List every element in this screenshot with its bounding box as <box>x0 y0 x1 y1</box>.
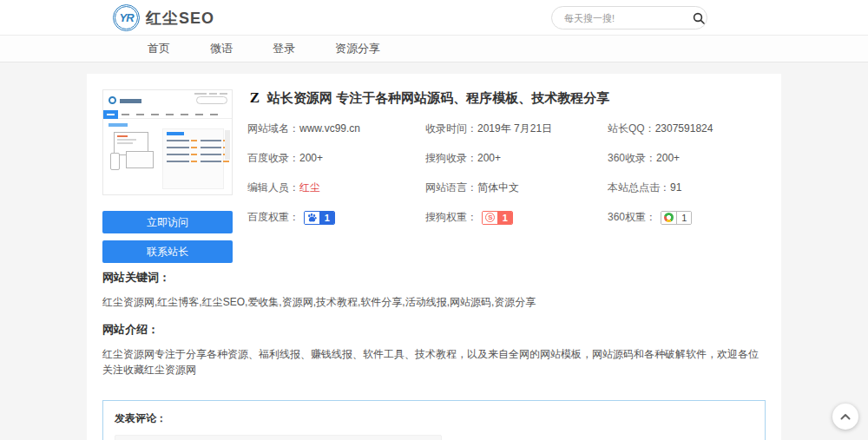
info-total-clicks: 本站总点击：91 <box>608 181 766 195</box>
nav-item-login[interactable]: 登录 <box>273 41 295 56</box>
site-title: Z 站长资源网 专注于各种网站源码、程序模板、技术教程分享 <box>247 89 766 107</box>
site-screenshot-thumbnail[interactable] <box>102 89 233 195</box>
logo-text: 红尘SEO <box>146 8 214 29</box>
weight-360: 360权重： 1 <box>608 210 766 225</box>
info-language: 网站语言：简体中文 <box>425 181 608 195</box>
comment-form-heading: 发表评论： <box>115 411 753 426</box>
thumb-laptop-illustration <box>126 151 154 168</box>
360-weight-badge[interactable]: 1 <box>661 211 692 225</box>
back-to-top-button[interactable] <box>832 404 858 430</box>
logo-monogram: YR <box>119 11 133 24</box>
thumb-phone-illustration <box>110 153 120 170</box>
site-info-grid: 网站域名：www.vc99.cn 收录时间：2019年 7月21日 站长QQ：2… <box>247 121 766 225</box>
chevron-up-icon <box>840 413 851 420</box>
site-favicon-icon: Z <box>247 89 262 107</box>
nickname-input[interactable] <box>115 435 442 440</box>
logo-icon: YR <box>113 4 140 31</box>
keywords-text: 红尘资源网,红尘博客,红尘SEO,爱收集,资源网,技术教程,软件分享,活动线报,… <box>102 294 766 310</box>
info-360-indexed: 360收录：200+ <box>608 151 766 166</box>
main-area: 立即访问 联系站长 Z 站长资源网 专注于各种网站源码、程序模板、技术教程分享 … <box>0 62 868 440</box>
thumb-article-list <box>162 128 224 189</box>
keywords-heading: 网站关键词： <box>102 270 766 286</box>
thumb-topnav-decoration <box>220 93 227 95</box>
info-domain: 网站域名：www.vc99.cn <box>247 121 425 136</box>
nav-item-home[interactable]: 首页 <box>148 41 170 56</box>
nav-item-resources[interactable]: 资源分享 <box>335 41 380 56</box>
baidu-weight: 百度权重： 1 <box>247 210 425 225</box>
intro-heading: 网站介绍： <box>102 322 766 338</box>
visit-site-button[interactable]: 立即访问 <box>102 211 233 233</box>
site-title-text: 站长资源网 专注于各种网站源码、程序模板、技术教程分享 <box>267 90 609 107</box>
info-sogou-indexed: 搜狗收录：200+ <box>425 151 608 166</box>
sogou-weight: 搜狗权重： S 1 <box>425 210 608 225</box>
sogou-weight-badge[interactable]: S 1 <box>482 211 513 225</box>
editor-link[interactable]: 红尘 <box>299 181 320 194</box>
intro-text: 红尘资源网专注于分享各种资源、福利线报、赚钱线报、软件工具、技术教程，以及来自全… <box>102 346 766 378</box>
search-input[interactable] <box>552 13 691 23</box>
baidu-paw-icon <box>305 212 319 224</box>
site-detail-card: 立即访问 联系站长 Z 站长资源网 专注于各种网站源码、程序模板、技术教程分享 … <box>87 74 781 440</box>
thumb-logo-icon <box>108 96 116 104</box>
thumb-search-box <box>196 96 227 104</box>
logo[interactable]: YR 红尘SEO <box>113 4 214 31</box>
info-listed-date: 收录时间：2019年 7月21日 <box>425 121 608 136</box>
search-icon[interactable] <box>691 7 707 29</box>
360-ring-icon <box>661 212 676 224</box>
info-baidu-indexed: 百度收录：200+ <box>247 151 425 166</box>
baidu-weight-badge[interactable]: 1 <box>304 211 335 225</box>
info-webmaster-qq: 站长QQ：2307591824 <box>608 121 766 136</box>
info-editor: 编辑人员：红尘 <box>247 181 425 195</box>
sogou-s-icon: S <box>483 212 497 224</box>
thumb-navbar <box>103 110 232 119</box>
topbar: YR 红尘SEO <box>0 0 868 36</box>
contact-webmaster-button[interactable]: 联系站长 <box>102 240 233 263</box>
main-nav: 首页 微语 登录 资源分享 <box>0 36 868 62</box>
comment-form: 发表评论： 昵称 邮件地址 (选填) 个人主页 (选填) <box>102 400 766 440</box>
search-box <box>551 6 707 30</box>
nav-item-weiyu[interactable]: 微语 <box>210 41 233 56</box>
